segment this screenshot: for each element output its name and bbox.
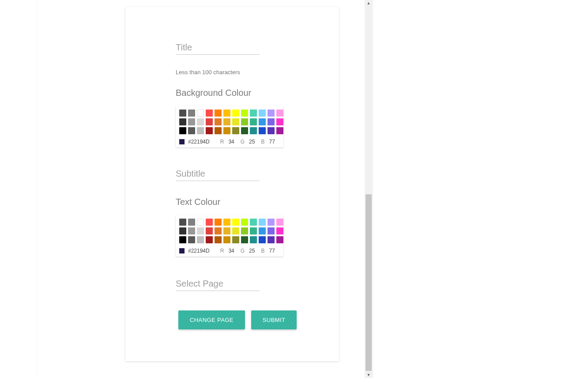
colour-swatch[interactable] xyxy=(268,110,275,117)
colour-swatch[interactable] xyxy=(241,118,248,125)
scroll-thumb[interactable] xyxy=(366,194,372,371)
colour-swatch[interactable] xyxy=(232,110,239,117)
colour-swatch[interactable] xyxy=(206,219,213,226)
colour-swatch[interactable] xyxy=(188,219,195,226)
colour-swatch[interactable] xyxy=(259,219,266,226)
colour-swatch[interactable] xyxy=(188,227,195,234)
colour-swatch[interactable] xyxy=(241,236,248,243)
colour-swatch[interactable] xyxy=(276,118,283,125)
colour-swatch[interactable] xyxy=(223,118,230,125)
colour-swatch[interactable] xyxy=(259,236,266,243)
colour-swatch[interactable] xyxy=(250,236,257,243)
colour-swatch[interactable] xyxy=(241,227,248,234)
colour-swatch[interactable] xyxy=(276,219,283,226)
colour-swatch[interactable] xyxy=(197,219,204,226)
colour-swatch[interactable] xyxy=(206,127,213,134)
colour-swatch[interactable] xyxy=(268,127,275,134)
g-label: G xyxy=(241,139,245,145)
colour-swatch[interactable] xyxy=(215,227,222,234)
change-page-button[interactable]: Change Page xyxy=(178,310,245,329)
colour-swatch[interactable] xyxy=(259,127,266,134)
subtitle-input[interactable] xyxy=(176,168,260,181)
colour-swatch[interactable] xyxy=(188,118,195,125)
colour-swatch[interactable] xyxy=(179,219,186,226)
colour-swatch[interactable] xyxy=(215,110,222,117)
colour-swatch[interactable] xyxy=(223,127,230,134)
title-input[interactable] xyxy=(176,42,260,55)
colour-swatch[interactable] xyxy=(188,127,195,134)
colour-swatch[interactable] xyxy=(215,219,222,226)
colour-swatch[interactable] xyxy=(179,118,186,125)
submit-button[interactable]: Submit xyxy=(251,310,297,329)
text-g-value: 25 xyxy=(249,248,255,254)
colour-swatch[interactable] xyxy=(206,110,213,117)
colour-swatch[interactable] xyxy=(232,219,239,226)
colour-swatch[interactable] xyxy=(232,127,239,134)
colour-swatch[interactable] xyxy=(197,110,204,117)
form-inner: Less than 100 characters Background Colo… xyxy=(125,7,339,347)
colour-swatch[interactable] xyxy=(215,118,222,125)
b-label-2: B xyxy=(261,248,264,254)
colour-swatch[interactable] xyxy=(250,227,257,234)
colour-swatch[interactable] xyxy=(232,236,239,243)
text-b-value: 77 xyxy=(269,248,275,254)
colour-swatch[interactable] xyxy=(232,118,239,125)
colour-swatch[interactable] xyxy=(276,127,283,134)
r-label: R xyxy=(220,139,224,145)
colour-swatch[interactable] xyxy=(259,227,266,234)
colour-swatch[interactable] xyxy=(215,127,222,134)
colour-swatch[interactable] xyxy=(232,227,239,234)
scrollbar[interactable]: ▲ ▼ xyxy=(365,0,373,378)
scroll-area: Less than 100 characters Background Colo… xyxy=(37,0,365,378)
colour-swatch[interactable] xyxy=(197,127,204,134)
text-hex-value: #22194D xyxy=(188,248,210,254)
r-label-2: R xyxy=(220,248,224,254)
colour-swatch[interactable] xyxy=(179,110,186,117)
colour-swatch[interactable] xyxy=(276,110,283,117)
colour-swatch[interactable] xyxy=(215,236,222,243)
colour-swatch[interactable] xyxy=(250,127,257,134)
select-page-input[interactable] xyxy=(176,278,260,291)
scroll-up-arrow-icon[interactable]: ▲ xyxy=(365,0,373,6)
bg-colour-info: #22194D R 34 G 25 B 77 xyxy=(179,139,280,145)
bg-r-value: 34 xyxy=(228,139,234,145)
bg-hex-value: #22194D xyxy=(188,139,210,145)
colour-swatch[interactable] xyxy=(206,118,213,125)
colour-swatch[interactable] xyxy=(197,118,204,125)
colour-swatch[interactable] xyxy=(206,236,213,243)
colour-swatch[interactable] xyxy=(179,236,186,243)
colour-swatch[interactable] xyxy=(197,227,204,234)
colour-swatch[interactable] xyxy=(188,110,195,117)
colour-swatch[interactable] xyxy=(268,227,275,234)
colour-swatch[interactable] xyxy=(206,227,213,234)
colour-swatch[interactable] xyxy=(223,236,230,243)
colour-swatch[interactable] xyxy=(241,127,248,134)
colour-swatch[interactable] xyxy=(241,110,248,117)
colour-swatch[interactable] xyxy=(259,110,266,117)
colour-swatch[interactable] xyxy=(179,227,186,234)
text-colour-palette: #22194D R 34 G 25 B 77 xyxy=(176,215,283,257)
colour-swatch[interactable] xyxy=(250,110,257,117)
colour-swatch[interactable] xyxy=(268,236,275,243)
colour-swatch[interactable] xyxy=(197,236,204,243)
bg-b-value: 77 xyxy=(269,139,275,145)
colour-swatch[interactable] xyxy=(250,118,257,125)
colour-swatch[interactable] xyxy=(268,118,275,125)
colour-swatch[interactable] xyxy=(179,127,186,134)
colour-swatch[interactable] xyxy=(223,227,230,234)
form-card: Less than 100 characters Background Colo… xyxy=(125,7,339,361)
colour-swatch[interactable] xyxy=(223,219,230,226)
colour-swatch[interactable] xyxy=(223,110,230,117)
colour-swatch[interactable] xyxy=(276,227,283,234)
colour-swatch[interactable] xyxy=(259,118,266,125)
colour-swatch[interactable] xyxy=(268,219,275,226)
colour-swatch[interactable] xyxy=(250,219,257,226)
button-row: Change Page Submit xyxy=(178,310,314,329)
bg-selected-chip xyxy=(179,139,185,144)
text-selected-chip xyxy=(179,248,185,253)
colour-swatch[interactable] xyxy=(188,236,195,243)
colour-swatch[interactable] xyxy=(241,219,248,226)
scroll-down-arrow-icon[interactable]: ▼ xyxy=(365,372,373,378)
colour-swatch[interactable] xyxy=(276,236,283,243)
app-frame: Less than 100 characters Background Colo… xyxy=(37,0,373,378)
